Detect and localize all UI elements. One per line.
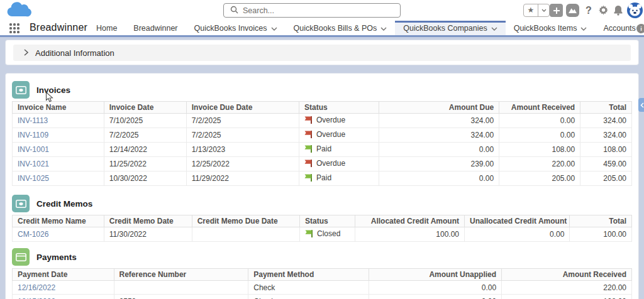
table-cell: 11/25/2022 <box>104 157 186 171</box>
table-cell: 108.00 <box>502 295 632 299</box>
column-header[interactable]: Credit Memo Date <box>104 215 192 227</box>
table-cell: 324.00 <box>379 114 499 128</box>
column-header[interactable]: Invoice Due Date <box>186 102 299 114</box>
table-cell: 6552 <box>114 295 248 299</box>
column-header[interactable]: Credit Memo Due Date <box>192 215 299 227</box>
chevron-down-icon[interactable] <box>271 24 277 33</box>
table-cell: INV-1025 <box>13 171 104 186</box>
table-cell: Closed <box>300 227 355 242</box>
column-header[interactable]: Total <box>570 215 632 227</box>
table-cell: 0.00 <box>499 128 580 143</box>
column-header[interactable]: Invoice Date <box>104 102 186 114</box>
table-cell: 1/13/2023 <box>186 143 299 157</box>
table-cell: Overdue <box>299 114 379 128</box>
column-header[interactable]: Allocated Credit Amount <box>355 215 464 227</box>
additional-information-label: Additional Information <box>35 48 114 58</box>
green-flag-icon <box>304 145 313 153</box>
status-label: Paid <box>316 144 331 153</box>
side-panel-toggle[interactable] <box>638 98 644 112</box>
column-header[interactable]: Total <box>580 102 632 114</box>
status-label: Paid <box>316 173 331 182</box>
favorites-caret-icon[interactable] <box>538 4 549 16</box>
search-icon <box>230 5 238 16</box>
column-header[interactable]: Amount Received <box>502 269 632 281</box>
cell-link[interactable]: CM-1026 <box>18 230 48 239</box>
chevron-down-icon[interactable] <box>580 24 587 33</box>
additional-information-card: Additional Information <box>5 40 639 65</box>
tab-label: QuickBooks Bills & POs <box>294 24 377 33</box>
cell-link[interactable]: INV-1113 <box>18 116 48 125</box>
column-header[interactable]: Payment Date <box>13 269 114 281</box>
tab-quickbooks-bills-pos[interactable]: QuickBooks Bills & POs <box>286 21 396 35</box>
payments-table: Payment DateReference NumberPayment Meth… <box>12 268 632 299</box>
mouse-cursor <box>45 92 53 106</box>
cell-link[interactable]: INV-1001 <box>18 145 49 154</box>
tab-label: Home <box>96 24 117 33</box>
table-cell: 0.00 <box>465 227 570 242</box>
cell-link[interactable]: INV-1025 <box>18 174 49 183</box>
app-name: Breadwinner <box>30 22 87 33</box>
search-input[interactable]: Search... <box>223 3 401 18</box>
table-cell: 220.00 <box>502 281 632 295</box>
table-cell: 239.00 <box>379 157 499 171</box>
salesforce-cloud-logo <box>6 2 31 21</box>
column-header[interactable]: Payment Method <box>248 269 369 281</box>
tab-label: Breadwinner <box>133 24 177 33</box>
credit-memos-section-header: Credit Memos <box>12 195 632 212</box>
cell-link[interactable]: 12/15/2022 <box>18 297 55 299</box>
favorites-button-group[interactable]: ★ <box>523 4 550 17</box>
tab-home[interactable]: Home <box>88 21 125 35</box>
setup-button[interactable] <box>598 4 609 17</box>
column-header[interactable]: Reference Number <box>114 269 248 281</box>
payments-section-title: Payments <box>36 253 77 262</box>
column-header[interactable]: Status <box>300 215 355 227</box>
tab-quickbooks-companies[interactable]: QuickBooks Companies <box>395 21 505 35</box>
credit-memos-table: Credit Memo NameCredit Memo DateCredit M… <box>12 215 632 242</box>
table-cell: 205.00 <box>499 171 580 186</box>
info-icon[interactable]: i <box>636 24 644 33</box>
favorites-star-icon[interactable]: ★ <box>524 4 538 16</box>
chevron-down-icon[interactable] <box>491 24 497 33</box>
table-cell: Check <box>248 281 369 295</box>
credit-memos-section-title: Credit Memos <box>36 199 92 209</box>
table-row: INV-102111/25/202212/25/2022Overdue239.0… <box>13 157 632 171</box>
column-header[interactable]: Unallocated Credit Amount <box>465 215 570 227</box>
cell-link[interactable]: 12/16/2022 <box>18 283 55 292</box>
invoices-bill-icon <box>12 81 30 99</box>
help-button[interactable]: ? <box>586 4 592 17</box>
app-launcher-icon[interactable] <box>9 23 20 33</box>
global-actions-button[interactable] <box>550 4 563 17</box>
related-lists-card: Invoices Invoice NameInvoice DateInvoice… <box>5 73 639 299</box>
guidance-center-button[interactable] <box>566 4 579 17</box>
column-header[interactable]: Amount Received <box>499 102 580 114</box>
column-header[interactable]: Amount Unapplied <box>369 269 502 281</box>
table-cell: CM-1026 <box>13 227 104 242</box>
green-flag-icon <box>305 230 313 237</box>
user-avatar[interactable] <box>627 3 643 21</box>
cell-link[interactable]: INV-1109 <box>18 131 48 139</box>
column-header[interactable]: Status <box>299 102 379 114</box>
column-header[interactable]: Amount Due <box>379 102 499 114</box>
chevron-down-icon[interactable] <box>380 24 387 33</box>
table-cell: 324.00 <box>379 128 499 143</box>
table-cell: 108.00 <box>499 143 580 157</box>
table-cell: 220.00 <box>499 157 580 171</box>
invoices-section-title: Invoices <box>36 85 70 95</box>
tab-breadwinner[interactable]: Breadwinner <box>125 21 186 35</box>
green-flag-icon <box>304 174 313 182</box>
tab-quickbooks-invoices[interactable]: QuickBooks Invoices <box>186 21 286 35</box>
additional-information-toggle[interactable]: Additional Information <box>13 45 631 61</box>
tab-label: QuickBooks Items <box>514 24 577 33</box>
tab-quickbooks-items[interactable]: QuickBooks Items <box>506 21 596 35</box>
status-label: Closed <box>317 229 340 238</box>
invoices-table: Invoice NameInvoice DateInvoice Due Date… <box>12 101 632 186</box>
table-cell: 108.00 <box>580 143 632 157</box>
cell-link[interactable]: INV-1021 <box>18 160 49 168</box>
column-header[interactable]: Invoice Name <box>13 102 104 114</box>
table-cell: 0.00 <box>369 281 502 295</box>
table-cell: 12/16/2022 <box>13 281 114 295</box>
table-cell: 7/2/2025 <box>186 128 299 143</box>
notifications-button[interactable] <box>613 4 623 17</box>
column-header[interactable]: Credit Memo Name <box>13 215 104 227</box>
red-flag-icon <box>304 116 313 124</box>
